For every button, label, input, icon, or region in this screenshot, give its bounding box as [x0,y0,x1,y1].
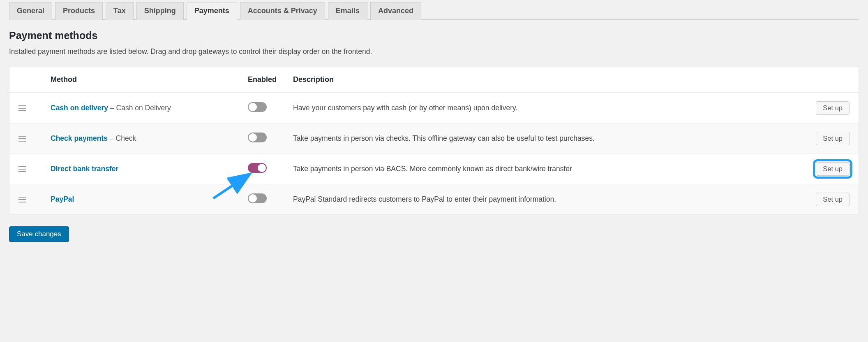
method-separator: – [108,134,115,142]
col-method: Method [51,75,248,84]
tab-general[interactable]: General [9,2,52,20]
action-cell: Set up [784,132,850,145]
enable-toggle[interactable] [248,102,267,112]
tab-advanced[interactable]: Advanced [370,2,421,20]
tab-shipping[interactable]: Shipping [136,2,184,20]
toggle-knob [249,133,257,142]
enabled-cell [248,193,293,205]
toggle-knob [249,103,257,111]
tab-tax[interactable]: Tax [106,2,134,20]
method-name-cell: Direct bank transfer [51,165,248,173]
description-cell: PayPal Standard redirects customers to P… [293,194,784,205]
method-name-cell: Check payments – Check [51,134,248,143]
setup-button[interactable]: Set up [816,162,850,176]
enable-toggle[interactable] [248,133,267,142]
settings-tabs: GeneralProductsTaxShippingPaymentsAccoun… [9,0,859,20]
setup-button[interactable]: Set up [816,132,850,145]
setup-button[interactable]: Set up [816,193,850,206]
drag-handle-icon[interactable] [18,197,27,202]
method-link[interactable]: Check payments [51,134,108,142]
table-row: Direct bank transferTake payments in per… [9,154,859,184]
enable-toggle[interactable] [248,163,267,173]
col-enabled: Enabled [248,75,293,84]
table-header-row: Method Enabled Description [9,67,859,93]
method-sub-label: Cash on Delivery [116,104,171,112]
method-link[interactable]: PayPal [51,195,74,203]
payment-methods-table: Method Enabled Description Cash on deliv… [9,67,859,215]
table-row: Cash on delivery – Cash on DeliveryHave … [9,93,859,123]
setup-button[interactable]: Set up [816,101,850,115]
method-link[interactable]: Direct bank transfer [51,165,118,173]
enable-toggle[interactable] [248,193,267,203]
description-cell: Have your customers pay with cash (or by… [293,102,784,114]
method-sub-label: Check [116,134,136,142]
method-name-cell: PayPal [51,195,248,204]
description-cell: Take payments in person via checks. This… [293,133,784,144]
tab-emails[interactable]: Emails [328,2,367,20]
method-separator: – [108,104,116,112]
drag-handle-icon[interactable] [18,105,27,111]
section-title: Payment methods [9,30,859,42]
description-cell: Take payments in person via BACS. More c… [293,163,784,174]
action-cell: Set up [784,162,850,176]
col-description: Description [293,75,784,84]
action-cell: Set up [784,101,850,115]
tab-accounts-privacy[interactable]: Accounts & Privacy [240,2,325,20]
toggle-knob [249,194,257,202]
enabled-cell [248,102,293,114]
method-link[interactable]: Cash on delivery [51,104,108,112]
table-row: Check payments – CheckTake payments in p… [9,123,859,154]
enabled-cell [248,133,293,144]
save-changes-button[interactable]: Save changes [9,226,69,242]
drag-handle-icon[interactable] [18,166,27,172]
section-description: Installed payment methods are listed bel… [9,47,859,56]
method-name-cell: Cash on delivery – Cash on Delivery [51,104,248,112]
enabled-cell [248,163,293,175]
table-row: PayPalPayPal Standard redirects customer… [9,184,859,214]
action-cell: Set up [784,193,850,206]
drag-handle-icon[interactable] [18,136,27,142]
tab-payments[interactable]: Payments [187,2,237,20]
toggle-knob [258,164,266,172]
tab-products[interactable]: Products [55,2,103,20]
